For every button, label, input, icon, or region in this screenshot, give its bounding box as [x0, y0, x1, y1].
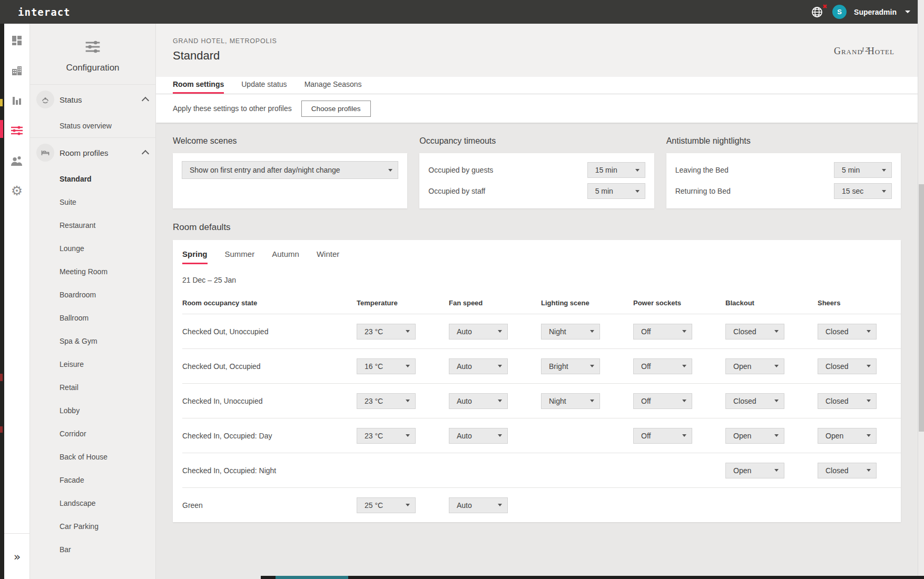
power-sockets-select[interactable]: Off: [633, 428, 692, 444]
chevron-down-icon: [882, 169, 886, 172]
table-row: Checked Out, Unoccupied 23 °C Auto Night…: [182, 314, 901, 348]
temperature-select[interactable]: 23 °C: [357, 393, 416, 409]
fan-speed-select[interactable]: Auto: [449, 428, 508, 444]
chevron-down-icon: [406, 365, 410, 367]
user-name[interactable]: Superadmin: [854, 8, 897, 16]
content: Welcome scenes Show on first entry and a…: [156, 123, 918, 522]
chevron-down-icon: [774, 365, 779, 367]
returning-to-bed-select[interactable]: 15 sec: [834, 183, 892, 199]
fan-speed-select[interactable]: Auto: [449, 497, 508, 513]
blackout-select[interactable]: Closed: [725, 393, 784, 409]
nav-item-reports[interactable]: [10, 94, 24, 107]
sidebar-item-ballroom[interactable]: Ballroom: [30, 306, 155, 330]
lighting-scene-select[interactable]: Bright: [541, 358, 600, 374]
sheers-select[interactable]: Closed: [818, 463, 877, 478]
chevron-down-icon: [498, 365, 502, 367]
col-blackout: Blackout: [725, 299, 818, 307]
nav-item-users[interactable]: [10, 154, 24, 167]
avatar[interactable]: S: [832, 5, 847, 19]
power-sockets-select[interactable]: Off: [633, 324, 692, 340]
power-sockets-select[interactable]: Off: [633, 358, 692, 374]
temperature-select[interactable]: 16 °C: [357, 358, 416, 374]
sidebar-item-standard[interactable]: Standard: [30, 167, 155, 191]
temperature-select[interactable]: 23 °C: [357, 324, 416, 340]
leaving-the-bed-label: Leaving the Bed: [675, 166, 729, 174]
scrollbar-thumb[interactable]: [919, 184, 924, 432]
blackout-select[interactable]: Open: [725, 463, 784, 478]
temperature-select[interactable]: 25 °C: [357, 497, 416, 513]
sidebar-item-lobby[interactable]: Lobby: [30, 399, 155, 422]
antistumble-nightlights-title: Antistumble nightlights: [666, 136, 901, 146]
table-row: Checked Out, Occupied 16 °C Auto Bright …: [182, 348, 901, 383]
language-globe-button[interactable]: ✖: [809, 4, 825, 20]
interact-logo: interact: [18, 6, 71, 18]
tab-room-settings[interactable]: Room settings: [173, 77, 224, 94]
season-tab-winter[interactable]: Winter: [317, 249, 339, 264]
temperature-select[interactable]: 23 °C: [357, 428, 416, 444]
chevron-down-icon: [682, 400, 686, 402]
fan-speed-select[interactable]: Auto: [449, 324, 508, 340]
vertical-scrollbar[interactable]: [918, 0, 924, 579]
occupied-by-staff-select[interactable]: 5 min: [587, 183, 645, 199]
sidebar-section-status[interactable]: Status: [30, 85, 155, 114]
chevron-down-icon: [774, 330, 779, 333]
blackout-select[interactable]: Open: [725, 358, 784, 374]
sidebar-item-boardroom[interactable]: Boardroom: [30, 283, 155, 306]
sidebar-item-facade[interactable]: Facade: [30, 468, 155, 492]
blackout-select[interactable]: Closed: [725, 324, 784, 340]
sidebar-item-back-of-house[interactable]: Back of House: [30, 445, 155, 468]
sidebar-item-landscape[interactable]: Landscape: [30, 492, 155, 515]
expand-rail-button[interactable]: »: [4, 533, 30, 579]
sidebar-item-lounge[interactable]: Lounge: [30, 237, 155, 260]
sidebar-item-status-overview[interactable]: Status overview: [30, 114, 155, 137]
chevron-down-icon: [774, 434, 779, 437]
col-power-sockets: Power sockets: [633, 299, 725, 307]
lighting-scene-select[interactable]: Night: [541, 324, 600, 340]
sidebar-item-leisure[interactable]: Leisure: [30, 353, 155, 376]
fan-speed-select[interactable]: Auto: [449, 393, 508, 409]
leaving-the-bed-select[interactable]: 5 min: [834, 162, 892, 178]
sidebar-item-suite[interactable]: Suite: [30, 191, 155, 214]
sheers-select[interactable]: Closed: [818, 324, 877, 340]
tab-manage-seasons[interactable]: Manage Seasons: [304, 77, 362, 94]
chevron-down-icon: [590, 365, 594, 367]
globe-icon: [811, 6, 823, 18]
choose-profiles-button[interactable]: Choose profiles: [301, 101, 371, 117]
occupied-by-staff-label: Occupied by staff: [428, 187, 485, 195]
page-header: GRAND HOTEL, METROPOLIS Standard Grand12…: [156, 24, 918, 77]
sidebar-item-corridor[interactable]: Corridor: [30, 422, 155, 445]
occupied-by-guests-select[interactable]: 15 min: [587, 162, 645, 178]
nav-item-configuration[interactable]: [10, 124, 24, 137]
nav-item-buildings[interactable]: [10, 64, 24, 77]
blackout-select[interactable]: Open: [725, 428, 784, 444]
sidebar-item-retail[interactable]: Retail: [30, 376, 155, 399]
sidebar-item-bar[interactable]: Bar: [30, 538, 155, 561]
lighting-scene-select[interactable]: Night: [541, 393, 600, 409]
power-sockets-select[interactable]: Off: [633, 393, 692, 409]
table-row: Checked In, Occupied: Night Open Closed: [182, 453, 901, 487]
season-tab-summer[interactable]: Summer: [225, 249, 255, 264]
sidebar-item-meeting-room[interactable]: Meeting Room: [30, 260, 155, 283]
sidebar-item-spa-gym[interactable]: Spa & Gym: [30, 330, 155, 353]
sheers-select[interactable]: Closed: [818, 358, 877, 374]
chevron-down-icon: [867, 434, 871, 437]
sidebar-item-car-parking[interactable]: Car Parking: [30, 515, 155, 538]
nav-item-dashboard[interactable]: [10, 34, 24, 47]
breadcrumb: GRAND HOTEL, METROPOLIS: [173, 37, 894, 45]
user-menu-caret-icon[interactable]: [905, 11, 910, 13]
season-tab-spring[interactable]: Spring: [182, 249, 208, 264]
sidebar-section-room-profiles[interactable]: Room profiles: [30, 138, 155, 167]
chevron-up-icon[interactable]: [142, 150, 149, 157]
sheers-select[interactable]: Closed: [818, 393, 877, 409]
chevron-down-icon: [406, 504, 410, 506]
tab-update-status[interactable]: Update status: [241, 77, 287, 94]
active-nav-indicator: [0, 120, 3, 138]
nav-item-settings[interactable]: ⚙: [10, 184, 24, 197]
season-tab-autumn[interactable]: Autumn: [272, 249, 299, 264]
sidebar-item-restaurant[interactable]: Restaurant: [30, 214, 155, 237]
sheers-select[interactable]: Open: [818, 428, 877, 444]
fan-speed-select[interactable]: Auto: [449, 358, 508, 374]
chevron-up-icon[interactable]: [142, 97, 149, 104]
welcome-scene-select[interactable]: Show on first entry and after day/night …: [182, 161, 398, 179]
chevron-down-icon: [406, 400, 410, 402]
